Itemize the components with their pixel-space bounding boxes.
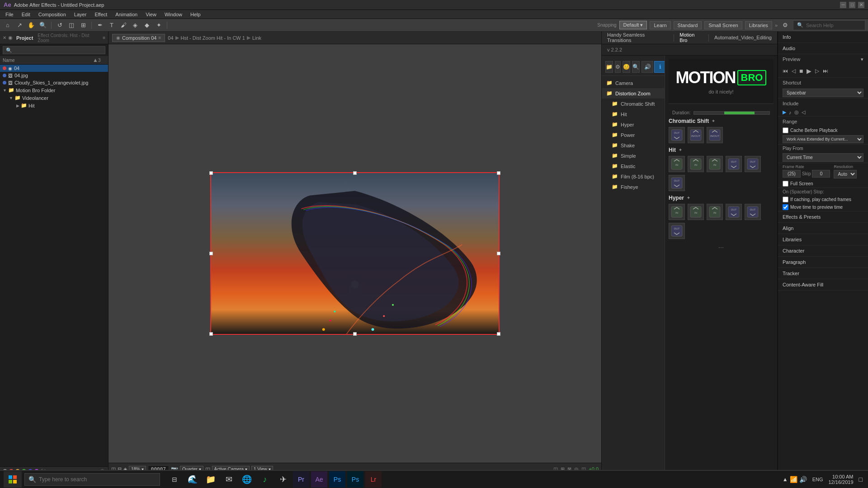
tool-arrow[interactable]: ↗ (14, 20, 24, 30)
breadcrumb-04[interactable]: 04 (168, 35, 173, 41)
taskbar-reader[interactable]: Lr (365, 471, 382, 488)
hit-preset-out3[interactable]: OUT (669, 175, 685, 191)
tool-camera[interactable]: ◫ (66, 20, 76, 30)
handle-tr[interactable] (497, 171, 500, 175)
tree-item-04[interactable]: ◉ 04 (0, 65, 108, 72)
tool-puppet[interactable]: ✦ (154, 20, 164, 30)
handle-bl[interactable] (209, 332, 213, 336)
hyper-preset-out3[interactable]: OUT (669, 223, 685, 239)
systray-network-icon[interactable]: 📶 (790, 476, 797, 483)
taskbar-search-box[interactable]: 🔍 (24, 473, 160, 486)
hit-preset-in2[interactable]: IN (688, 156, 704, 172)
right-content-aware[interactable]: Content-Aware Fill (778, 279, 868, 291)
menu-file[interactable]: File (2, 11, 17, 18)
right-effects-presets[interactable]: Effects & Presets (778, 211, 868, 223)
workspace-standard[interactable]: Standard (674, 21, 702, 29)
shortcut-select[interactable]: Spacebar (783, 89, 863, 97)
notifications-icon[interactable]: □ (857, 476, 864, 483)
taskbar-premiere[interactable]: Pr (293, 471, 309, 488)
hyper-preset-in1[interactable]: IN (669, 204, 685, 220)
minimize-button[interactable]: ─ (840, 2, 846, 8)
taskbar-photoshop2[interactable]: Ps (347, 471, 363, 488)
taskbar-clock[interactable]: 10:00 AM 12/16/2019 (828, 474, 853, 485)
handle-mr[interactable] (497, 252, 500, 255)
start-button[interactable] (4, 471, 22, 488)
handle-tl[interactable] (209, 171, 213, 175)
menu-effect[interactable]: Effect (91, 11, 111, 18)
systray-speaker-icon[interactable]: 🔊 (799, 476, 807, 483)
menu-window[interactable]: Window (161, 11, 186, 18)
mb-info-icon[interactable]: ℹ (654, 61, 665, 73)
sidebar-chromatic-shift[interactable]: 📁 Chromatic Shift (602, 99, 665, 109)
preview-prev-btn[interactable]: ◁ (791, 67, 797, 75)
hyper-preset-in2[interactable]: IN (688, 204, 704, 220)
sidebar-distortion-zoom[interactable]: 📁 Distortion Zoom (602, 88, 665, 99)
panel-menu-icon[interactable]: ≡ (103, 35, 105, 40)
fps-skip-input[interactable] (812, 170, 830, 178)
range-select[interactable]: Work Area Extended By Current... (783, 135, 863, 143)
tree-item-cloudy[interactable]: 🖼 Cloudy_Skies_1_orangeviolet.jpg (0, 79, 108, 86)
comp-tab[interactable]: ◉ Composition 04 ≡ (112, 34, 165, 42)
mb-settings-icon[interactable]: ⚙ (615, 61, 621, 73)
taskbar-search-input[interactable] (39, 476, 152, 483)
workspace-small-screen[interactable]: Small Screen (704, 21, 742, 29)
cs-preset-inout2-icon[interactable]: IN/OUT (707, 127, 723, 143)
sidebar-film[interactable]: 📁 Film (8-16 bpc) (602, 171, 665, 182)
if-caching-checkbox[interactable] (783, 197, 788, 202)
preview-first-btn[interactable]: ⏮ (782, 67, 789, 75)
tool-pen[interactable]: ✒ (95, 20, 105, 30)
project-search-input[interactable] (3, 46, 105, 54)
workspace-more[interactable]: » (775, 23, 778, 28)
sidebar-elastic[interactable]: 📁 Elastic (602, 161, 665, 171)
handle-tm[interactable] (353, 171, 357, 175)
sidebar-camera[interactable]: 📁 Camera (602, 78, 665, 88)
chromatic-star-icon[interactable]: ✦ (712, 119, 715, 123)
cs-preset-inout1-icon[interactable]: IN/OUT (688, 127, 704, 143)
tool-eraser[interactable]: ◈ (130, 20, 140, 30)
preview-stop-btn[interactable]: ■ (798, 66, 804, 75)
workspace-default[interactable]: Default ▾ (619, 21, 647, 29)
tool-settings[interactable]: ⚙ (780, 20, 790, 30)
tool-grid[interactable]: ⊞ (78, 20, 88, 30)
menu-layer[interactable]: Layer (71, 11, 90, 18)
fps-input[interactable] (783, 170, 801, 178)
taskbar-edge[interactable]: 🌊 (184, 471, 201, 488)
tool-stamp[interactable]: ◆ (142, 20, 152, 30)
sidebar-shake[interactable]: 📁 Shake (602, 140, 665, 150)
playfrom-select[interactable]: Current Time (783, 153, 863, 162)
tree-item-videolancer[interactable]: ▼ 📁 Videolancer (0, 94, 108, 102)
tool-zoom[interactable]: 🔍 (38, 20, 48, 30)
tab-handy-transitions[interactable]: Handy Seamless Transitions (602, 30, 674, 46)
move-time-checkbox[interactable] (783, 204, 788, 210)
right-tracker[interactable]: Tracker (778, 268, 868, 279)
taskbar-photoshop[interactable]: Ps (329, 471, 345, 488)
cache-checkbox[interactable] (783, 127, 788, 133)
tree-item-hit[interactable]: ▶ 📁 Hit (0, 102, 108, 109)
taskbar-task-view[interactable]: ⊟ (166, 471, 183, 488)
tool-rotate[interactable]: ↺ (55, 20, 65, 30)
include-from-icon[interactable]: ◁ (802, 109, 805, 115)
panel-close-icon[interactable]: ✕ (3, 35, 6, 40)
menu-view[interactable]: View (142, 11, 160, 18)
include-video-icon[interactable]: ▶ (783, 109, 786, 115)
include-audio-icon[interactable]: ♪ (789, 110, 792, 115)
preview-play-btn[interactable]: ▶ (806, 66, 812, 75)
tab-automated-video[interactable]: Automated_Video_Editing (709, 33, 777, 43)
systray-up-icon[interactable]: ▲ (783, 476, 788, 483)
handle-br[interactable] (497, 332, 500, 336)
hit-star-icon[interactable]: ✦ (679, 148, 682, 152)
sidebar-fisheye[interactable]: 📁 Fisheye (602, 182, 665, 192)
mb-search-icon[interactable]: 🔍 (632, 61, 640, 73)
hit-preset-out2[interactable]: OUT (745, 156, 761, 172)
hyper-preset-in3[interactable]: IN (707, 204, 723, 220)
tool-home[interactable]: ⌂ (3, 20, 13, 30)
right-preview-title[interactable]: Preview ▾ (778, 54, 868, 65)
right-info[interactable]: Info (778, 32, 868, 43)
taskbar-after-effects[interactable]: Ae (311, 471, 327, 488)
right-align[interactable]: Align (778, 223, 868, 234)
tree-item-04jpg[interactable]: 🖼 04.jpg (0, 72, 108, 79)
sort-icon[interactable]: ▲ (93, 57, 98, 63)
resolution-select[interactable]: Auto (834, 170, 857, 178)
maximize-button[interactable]: □ (849, 2, 855, 8)
comp-tab-menu[interactable]: ≡ (158, 35, 161, 40)
